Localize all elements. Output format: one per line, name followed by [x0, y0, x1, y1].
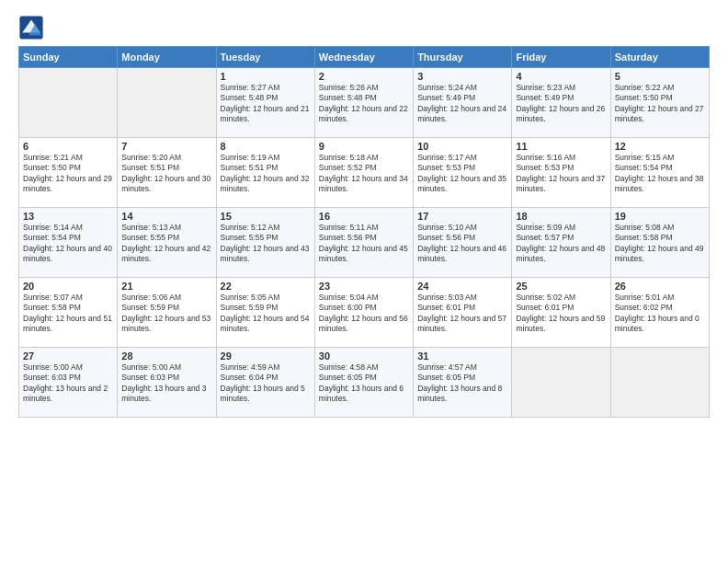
calendar-cell: [118, 68, 216, 138]
calendar-cell: 4Sunrise: 5:23 AMSunset: 5:49 PMDaylight…: [512, 68, 610, 138]
calendar-cell: 10Sunrise: 5:17 AMSunset: 5:53 PMDayligh…: [414, 138, 512, 208]
day-number: 31: [417, 350, 507, 362]
calendar-cell: 6Sunrise: 5:21 AMSunset: 5:50 PMDaylight…: [19, 138, 118, 208]
day-content: Sunrise: 5:17 AMSunset: 5:53 PMDaylight:…: [417, 153, 507, 195]
week-row-0: 1Sunrise: 5:27 AMSunset: 5:48 PMDaylight…: [19, 68, 710, 138]
day-number: 9: [319, 141, 409, 152]
day-content: Sunrise: 5:08 AMSunset: 5:58 PMDaylight:…: [615, 223, 705, 265]
day-number: 13: [23, 211, 113, 222]
calendar-cell: 31Sunrise: 4:57 AMSunset: 6:05 PMDayligh…: [414, 348, 512, 418]
calendar-cell: 17Sunrise: 5:10 AMSunset: 5:56 PMDayligh…: [414, 208, 512, 278]
calendar-cell: 18Sunrise: 5:09 AMSunset: 5:57 PMDayligh…: [512, 208, 610, 278]
day-content: Sunrise: 5:15 AMSunset: 5:54 PMDaylight:…: [615, 153, 705, 195]
calendar-cell: 8Sunrise: 5:19 AMSunset: 5:51 PMDaylight…: [216, 138, 314, 208]
day-content: Sunrise: 5:02 AMSunset: 6:01 PMDaylight:…: [516, 293, 606, 335]
calendar-header: [18, 15, 710, 40]
weekday-header-wednesday: Wednesday: [314, 47, 413, 68]
day-content: Sunrise: 5:13 AMSunset: 5:55 PMDaylight:…: [121, 223, 211, 265]
day-content: Sunrise: 5:20 AMSunset: 5:51 PMDaylight:…: [121, 153, 211, 195]
day-content: Sunrise: 5:07 AMSunset: 5:58 PMDaylight:…: [23, 293, 113, 335]
day-content: Sunrise: 4:59 AMSunset: 6:04 PMDaylight:…: [221, 362, 311, 405]
day-number: 7: [121, 141, 211, 152]
day-number: 6: [23, 141, 113, 152]
calendar-cell: 19Sunrise: 5:08 AMSunset: 5:58 PMDayligh…: [610, 208, 709, 278]
day-number: 10: [417, 141, 507, 152]
weekday-header-saturday: Saturday: [610, 47, 709, 68]
calendar-cell: 3Sunrise: 5:24 AMSunset: 5:49 PMDaylight…: [414, 68, 512, 138]
calendar-cell: 1Sunrise: 5:27 AMSunset: 5:48 PMDaylight…: [216, 68, 314, 138]
day-number: 16: [319, 211, 409, 222]
day-number: 27: [23, 350, 113, 362]
calendar-cell: [512, 348, 610, 418]
day-content: Sunrise: 5:06 AMSunset: 5:59 PMDaylight:…: [121, 293, 211, 335]
day-content: Sunrise: 5:14 AMSunset: 5:54 PMDaylight:…: [23, 223, 113, 265]
calendar-cell: 30Sunrise: 4:58 AMSunset: 6:05 PMDayligh…: [314, 348, 413, 418]
day-number: 28: [121, 350, 211, 362]
calendar-cell: 20Sunrise: 5:07 AMSunset: 5:58 PMDayligh…: [19, 278, 118, 348]
calendar-cell: 16Sunrise: 5:11 AMSunset: 5:56 PMDayligh…: [314, 208, 413, 278]
logo-icon: [18, 15, 44, 40]
weekday-header-tuesday: Tuesday: [216, 47, 314, 68]
weekday-header-sunday: Sunday: [19, 47, 118, 68]
calendar-cell: 15Sunrise: 5:12 AMSunset: 5:55 PMDayligh…: [216, 208, 314, 278]
day-number: 30: [319, 350, 409, 362]
calendar-cell: 26Sunrise: 5:01 AMSunset: 6:02 PMDayligh…: [610, 278, 709, 348]
day-content: Sunrise: 5:24 AMSunset: 5:49 PMDaylight:…: [417, 83, 507, 125]
day-number: 21: [121, 281, 211, 292]
day-number: 2: [319, 71, 409, 82]
calendar-cell: 14Sunrise: 5:13 AMSunset: 5:55 PMDayligh…: [118, 208, 216, 278]
day-content: Sunrise: 5:01 AMSunset: 6:02 PMDaylight:…: [615, 293, 705, 335]
day-content: Sunrise: 5:27 AMSunset: 5:48 PMDaylight:…: [221, 83, 311, 125]
day-number: 29: [221, 350, 311, 362]
day-number: 12: [615, 141, 705, 152]
day-number: 11: [516, 141, 606, 152]
day-number: 22: [221, 281, 311, 292]
day-number: 18: [516, 211, 606, 222]
day-content: Sunrise: 5:26 AMSunset: 5:48 PMDaylight:…: [319, 83, 409, 125]
weekday-header-friday: Friday: [512, 47, 610, 68]
calendar-cell: [610, 348, 709, 418]
weekday-header-monday: Monday: [118, 47, 216, 68]
day-number: 8: [221, 141, 311, 152]
day-content: Sunrise: 5:03 AMSunset: 6:01 PMDaylight:…: [417, 293, 507, 335]
day-number: 23: [319, 281, 409, 292]
logo: [18, 15, 48, 40]
calendar-cell: 24Sunrise: 5:03 AMSunset: 6:01 PMDayligh…: [414, 278, 512, 348]
weekday-header-thursday: Thursday: [414, 47, 512, 68]
calendar-table: SundayMondayTuesdayWednesdayThursdayFrid…: [18, 46, 710, 418]
day-number: 25: [516, 281, 606, 292]
calendar-cell: 23Sunrise: 5:04 AMSunset: 6:00 PMDayligh…: [314, 278, 413, 348]
week-row-4: 27Sunrise: 5:00 AMSunset: 6:03 PMDayligh…: [19, 348, 710, 418]
day-content: Sunrise: 5:22 AMSunset: 5:50 PMDaylight:…: [615, 83, 705, 125]
day-content: Sunrise: 5:05 AMSunset: 5:59 PMDaylight:…: [221, 293, 311, 335]
day-content: Sunrise: 4:58 AMSunset: 6:05 PMDaylight:…: [319, 362, 409, 405]
day-content: Sunrise: 5:16 AMSunset: 5:53 PMDaylight:…: [516, 153, 606, 195]
calendar-cell: 21Sunrise: 5:06 AMSunset: 5:59 PMDayligh…: [118, 278, 216, 348]
day-content: Sunrise: 4:57 AMSunset: 6:05 PMDaylight:…: [417, 362, 507, 405]
day-content: Sunrise: 5:18 AMSunset: 5:52 PMDaylight:…: [319, 153, 409, 195]
day-number: 3: [417, 71, 507, 82]
day-content: Sunrise: 5:00 AMSunset: 6:03 PMDaylight:…: [23, 362, 113, 405]
day-content: Sunrise: 5:23 AMSunset: 5:49 PMDaylight:…: [516, 83, 606, 125]
day-number: 4: [516, 71, 606, 82]
day-content: Sunrise: 5:19 AMSunset: 5:51 PMDaylight:…: [221, 153, 311, 195]
calendar-cell: 28Sunrise: 5:00 AMSunset: 6:03 PMDayligh…: [118, 348, 216, 418]
calendar-cell: 5Sunrise: 5:22 AMSunset: 5:50 PMDaylight…: [610, 68, 709, 138]
day-content: Sunrise: 5:00 AMSunset: 6:03 PMDaylight:…: [121, 362, 211, 405]
day-number: 26: [615, 281, 705, 292]
day-number: 24: [417, 281, 507, 292]
day-content: Sunrise: 5:11 AMSunset: 5:56 PMDaylight:…: [319, 223, 409, 265]
calendar-cell: 7Sunrise: 5:20 AMSunset: 5:51 PMDaylight…: [118, 138, 216, 208]
weekday-header-row: SundayMondayTuesdayWednesdayThursdayFrid…: [19, 47, 710, 68]
week-row-3: 20Sunrise: 5:07 AMSunset: 5:58 PMDayligh…: [19, 278, 710, 348]
calendar-cell: 22Sunrise: 5:05 AMSunset: 5:59 PMDayligh…: [216, 278, 314, 348]
day-number: 5: [615, 71, 705, 82]
calendar-cell: 2Sunrise: 5:26 AMSunset: 5:48 PMDaylight…: [314, 68, 413, 138]
week-row-1: 6Sunrise: 5:21 AMSunset: 5:50 PMDaylight…: [19, 138, 710, 208]
day-content: Sunrise: 5:21 AMSunset: 5:50 PMDaylight:…: [23, 153, 113, 195]
day-number: 15: [221, 211, 311, 222]
week-row-2: 13Sunrise: 5:14 AMSunset: 5:54 PMDayligh…: [19, 208, 710, 278]
day-number: 1: [221, 71, 311, 82]
day-number: 20: [23, 281, 113, 292]
calendar-cell: 25Sunrise: 5:02 AMSunset: 6:01 PMDayligh…: [512, 278, 610, 348]
